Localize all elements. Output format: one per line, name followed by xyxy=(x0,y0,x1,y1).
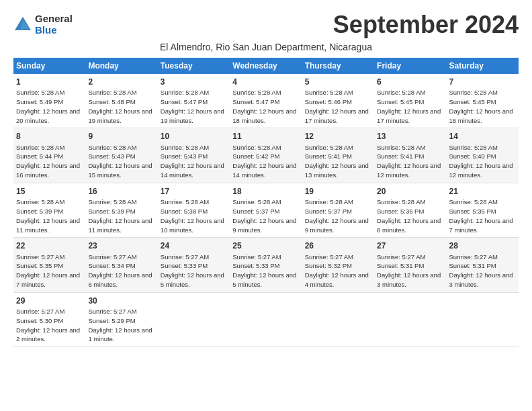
list-item: 29Sunrise: 5:27 AMSunset: 5:30 PMDayligh… xyxy=(13,292,85,347)
list-item: 17Sunrise: 5:28 AMSunset: 5:38 PMDayligh… xyxy=(158,183,230,237)
day-number: 3 xyxy=(161,77,227,87)
list-item: 18Sunrise: 5:28 AMSunset: 5:37 PMDayligh… xyxy=(230,183,302,237)
table-row: 22Sunrise: 5:27 AMSunset: 5:35 PMDayligh… xyxy=(13,238,519,292)
day-number: 29 xyxy=(16,295,83,306)
day-number: 24 xyxy=(161,240,227,251)
day-info: Sunrise: 5:28 AMSunset: 5:35 PMDaylight:… xyxy=(449,198,513,233)
day-info: Sunrise: 5:28 AMSunset: 5:39 PMDaylight:… xyxy=(88,198,152,233)
col-thursday: Thursday xyxy=(302,58,374,74)
list-item: 21Sunrise: 5:28 AMSunset: 5:35 PMDayligh… xyxy=(447,183,519,237)
list-item: 7Sunrise: 5:28 AMSunset: 5:45 PMDaylight… xyxy=(447,74,519,128)
list-item: 4Sunrise: 5:28 AMSunset: 5:47 PMDaylight… xyxy=(230,74,302,128)
day-number: 16 xyxy=(88,186,154,197)
day-info: Sunrise: 5:28 AMSunset: 5:38 PMDaylight:… xyxy=(161,198,224,233)
day-info: Sunrise: 5:28 AMSunset: 5:47 PMDaylight:… xyxy=(161,89,224,124)
list-item: 28Sunrise: 5:27 AMSunset: 5:31 PMDayligh… xyxy=(447,238,519,292)
list-item: 1Sunrise: 5:28 AMSunset: 5:49 PMDaylight… xyxy=(13,74,85,128)
day-number: 21 xyxy=(449,186,516,197)
day-number: 5 xyxy=(305,77,371,87)
list-item: 8Sunrise: 5:28 AMSunset: 5:44 PMDaylight… xyxy=(13,128,85,183)
day-number: 8 xyxy=(16,131,83,142)
logo: General Blue xyxy=(13,13,73,36)
list-item: 2Sunrise: 5:28 AMSunset: 5:48 PMDaylight… xyxy=(85,74,157,128)
day-number: 28 xyxy=(449,240,516,251)
day-info: Sunrise: 5:27 AMSunset: 5:29 PMDaylight:… xyxy=(88,308,152,342)
list-item: 23Sunrise: 5:27 AMSunset: 5:34 PMDayligh… xyxy=(85,238,157,292)
logo-text: General Blue xyxy=(35,13,73,36)
day-info: Sunrise: 5:28 AMSunset: 5:40 PMDaylight:… xyxy=(449,144,513,179)
day-number: 10 xyxy=(161,131,227,142)
table-row: 8Sunrise: 5:28 AMSunset: 5:44 PMDaylight… xyxy=(13,128,519,183)
day-info: Sunrise: 5:28 AMSunset: 5:41 PMDaylight:… xyxy=(377,144,441,179)
col-sunday: Sunday xyxy=(13,58,85,74)
day-number: 18 xyxy=(232,186,299,197)
table-row: 1Sunrise: 5:28 AMSunset: 5:49 PMDaylight… xyxy=(13,74,519,128)
list-item: 9Sunrise: 5:28 AMSunset: 5:43 PMDaylight… xyxy=(85,128,157,183)
month-title: September 2024 xyxy=(333,11,519,39)
day-info: Sunrise: 5:27 AMSunset: 5:30 PMDaylight:… xyxy=(16,308,80,342)
day-number: 25 xyxy=(232,240,299,251)
day-info: Sunrise: 5:28 AMSunset: 5:43 PMDaylight:… xyxy=(88,144,152,179)
list-item: 12Sunrise: 5:28 AMSunset: 5:41 PMDayligh… xyxy=(302,128,374,183)
list-item: 11Sunrise: 5:28 AMSunset: 5:42 PMDayligh… xyxy=(230,128,302,183)
list-item xyxy=(447,292,519,347)
day-info: Sunrise: 5:28 AMSunset: 5:41 PMDaylight:… xyxy=(305,144,369,179)
day-number: 11 xyxy=(232,131,299,142)
day-number: 6 xyxy=(377,77,443,87)
day-number: 15 xyxy=(16,186,83,197)
list-item: 14Sunrise: 5:28 AMSunset: 5:40 PMDayligh… xyxy=(447,128,519,183)
day-number: 17 xyxy=(161,186,227,197)
list-item xyxy=(230,292,302,347)
col-saturday: Saturday xyxy=(447,58,519,74)
day-info: Sunrise: 5:27 AMSunset: 5:32 PMDaylight:… xyxy=(305,253,369,288)
day-info: Sunrise: 5:28 AMSunset: 5:42 PMDaylight:… xyxy=(232,144,296,179)
day-info: Sunrise: 5:27 AMSunset: 5:33 PMDaylight:… xyxy=(161,253,224,288)
header: General Blue September 2024 xyxy=(13,11,519,39)
list-item: 26Sunrise: 5:27 AMSunset: 5:32 PMDayligh… xyxy=(302,238,374,292)
col-friday: Friday xyxy=(374,58,446,74)
day-info: Sunrise: 5:27 AMSunset: 5:34 PMDaylight:… xyxy=(88,253,152,288)
list-item: 20Sunrise: 5:28 AMSunset: 5:36 PMDayligh… xyxy=(374,183,446,237)
page: General Blue September 2024 El Almendro,… xyxy=(0,0,532,354)
day-info: Sunrise: 5:27 AMSunset: 5:33 PMDaylight:… xyxy=(232,253,296,288)
day-number: 23 xyxy=(88,240,154,251)
col-wednesday: Wednesday xyxy=(230,58,302,74)
list-item: 24Sunrise: 5:27 AMSunset: 5:33 PMDayligh… xyxy=(158,238,230,292)
day-info: Sunrise: 5:28 AMSunset: 5:45 PMDaylight:… xyxy=(449,89,513,124)
day-number: 2 xyxy=(88,77,154,87)
list-item: 15Sunrise: 5:28 AMSunset: 5:39 PMDayligh… xyxy=(13,183,85,237)
day-number: 9 xyxy=(88,131,154,142)
day-info: Sunrise: 5:28 AMSunset: 5:48 PMDaylight:… xyxy=(88,89,152,124)
calendar-table: Sunday Monday Tuesday Wednesday Thursday… xyxy=(13,58,519,347)
list-item: 3Sunrise: 5:28 AMSunset: 5:47 PMDaylight… xyxy=(158,74,230,128)
subtitle: El Almendro, Rio San Juan Department, Ni… xyxy=(13,42,519,52)
col-monday: Monday xyxy=(85,58,157,74)
day-number: 22 xyxy=(16,240,83,251)
logo-general: General xyxy=(35,13,73,25)
day-info: Sunrise: 5:28 AMSunset: 5:44 PMDaylight:… xyxy=(16,144,80,179)
list-item: 13Sunrise: 5:28 AMSunset: 5:41 PMDayligh… xyxy=(374,128,446,183)
list-item: 27Sunrise: 5:27 AMSunset: 5:31 PMDayligh… xyxy=(374,238,446,292)
table-row: 15Sunrise: 5:28 AMSunset: 5:39 PMDayligh… xyxy=(13,183,519,237)
day-info: Sunrise: 5:28 AMSunset: 5:36 PMDaylight:… xyxy=(377,198,441,233)
day-number: 12 xyxy=(305,131,371,142)
list-item xyxy=(158,292,230,347)
list-item: 30Sunrise: 5:27 AMSunset: 5:29 PMDayligh… xyxy=(85,292,157,347)
day-info: Sunrise: 5:28 AMSunset: 5:46 PMDaylight:… xyxy=(305,89,369,124)
logo-blue: Blue xyxy=(35,25,73,36)
day-info: Sunrise: 5:28 AMSunset: 5:49 PMDaylight:… xyxy=(16,89,80,124)
list-item: 6Sunrise: 5:28 AMSunset: 5:45 PMDaylight… xyxy=(374,74,446,128)
list-item xyxy=(374,292,446,347)
day-info: Sunrise: 5:28 AMSunset: 5:47 PMDaylight:… xyxy=(232,89,296,124)
table-row: 29Sunrise: 5:27 AMSunset: 5:30 PMDayligh… xyxy=(13,292,519,347)
col-tuesday: Tuesday xyxy=(158,58,230,74)
day-info: Sunrise: 5:28 AMSunset: 5:39 PMDaylight:… xyxy=(16,198,80,233)
list-item: 5Sunrise: 5:28 AMSunset: 5:46 PMDaylight… xyxy=(302,74,374,128)
list-item: 25Sunrise: 5:27 AMSunset: 5:33 PMDayligh… xyxy=(230,238,302,292)
day-info: Sunrise: 5:28 AMSunset: 5:37 PMDaylight:… xyxy=(305,198,369,233)
day-number: 26 xyxy=(305,240,371,251)
day-number: 19 xyxy=(305,186,371,197)
day-number: 20 xyxy=(377,186,443,197)
day-info: Sunrise: 5:27 AMSunset: 5:31 PMDaylight:… xyxy=(377,253,441,288)
day-number: 7 xyxy=(449,77,516,87)
